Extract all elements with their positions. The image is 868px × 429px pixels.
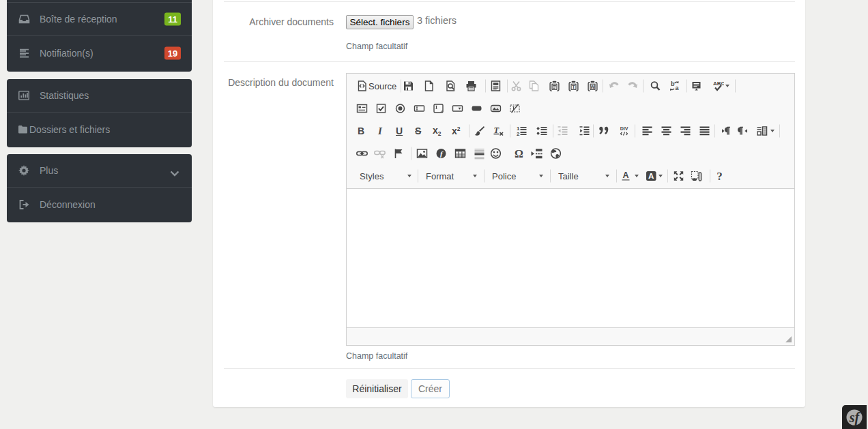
- svg-text:A: A: [648, 172, 654, 180]
- svg-text:2: 2: [517, 131, 520, 136]
- svg-text:Ω: Ω: [515, 147, 523, 159]
- svg-text:DIV: DIV: [620, 125, 628, 130]
- svg-text:sf: sf: [849, 410, 861, 426]
- svg-text:T: T: [572, 84, 575, 90]
- svg-text:b: b: [671, 80, 675, 87]
- svg-text:ABC: ABC: [713, 80, 724, 87]
- svg-text:a: a: [676, 85, 680, 91]
- svg-text:A: A: [622, 171, 628, 180]
- svg-text:W: W: [590, 84, 595, 89]
- svg-text:?: ?: [717, 170, 723, 181]
- svg-text:T: T: [494, 125, 500, 134]
